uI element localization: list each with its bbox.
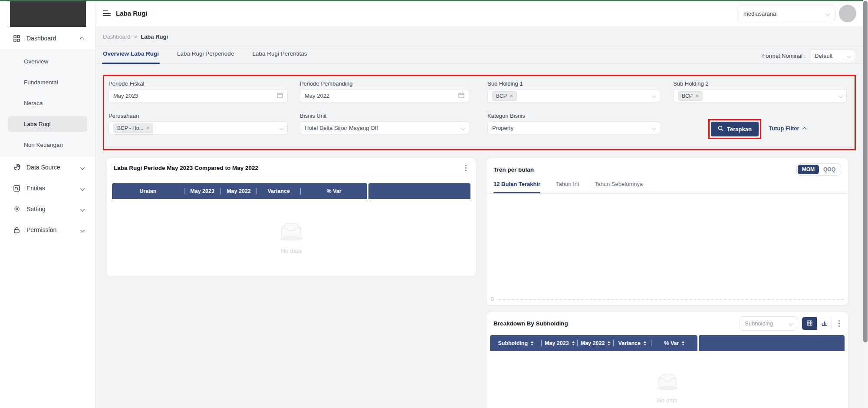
sidebar-item-entitas[interactable]: Entitas: [0, 178, 95, 199]
perusahaan-select[interactable]: BCP - Ho... ×: [108, 121, 288, 135]
breakdown-card: Breakdown By Subholding Subholding: [486, 312, 848, 408]
kategori-bisnis-select[interactable]: Property: [487, 121, 660, 135]
remove-tag-icon[interactable]: ×: [146, 126, 149, 131]
filter-panel-annotation: Periode Fiskal May 2023 Periode Pembandi…: [103, 75, 856, 150]
tab-tahun-sebelumnya[interactable]: Tahun Sebelumnya: [595, 178, 643, 193]
tren-card: Tren per bulan MOM QOQ 12 Bulan Terakhir…: [486, 158, 848, 305]
entity-box-icon: [13, 185, 20, 192]
kebab-menu-icon[interactable]: [463, 163, 469, 172]
lock-icon: [13, 226, 20, 234]
sidebar-item-data-source[interactable]: Data Source: [0, 157, 95, 178]
tren-tabs: 12 Bulan Terakhir Tahun Ini Tahun Sebelu…: [487, 178, 848, 194]
y-axis-zero-label: 0: [491, 296, 494, 302]
column-header-may-2023[interactable]: May 2023: [542, 340, 577, 346]
sidebar-item-laba-rugi[interactable]: Laba Rugi: [0, 113, 95, 134]
sidebar-item-neraca[interactable]: Neraca: [0, 93, 95, 113]
chevron-down-icon: [280, 125, 283, 131]
bisnis-unit-label: Bisnis Unit: [300, 113, 326, 119]
chevron-down-icon: [81, 226, 84, 233]
sort-icon: [608, 341, 610, 345]
tab-laba-rugi-perentitas[interactable]: Laba Rugi Perentitas: [252, 46, 307, 64]
empty-box-icon: [654, 372, 681, 393]
calendar-icon: [277, 92, 283, 100]
sub-holding-2-select[interactable]: BCP ×: [673, 89, 847, 103]
tren-chart-area: 0: [487, 194, 848, 305]
bisnis-unit-select[interactable]: Hotel Delta Sinar Mayang Off: [300, 121, 469, 135]
perusahaan-label: Perusahaan: [108, 113, 139, 119]
breakdown-empty-state: No data: [487, 372, 848, 404]
sidebar-collapse-icon[interactable]: [103, 10, 111, 16]
toggle-mom[interactable]: MOM: [798, 165, 819, 174]
column-header-subholding[interactable]: Subholding: [490, 340, 541, 346]
sub-holding-1-select[interactable]: BCP ×: [487, 89, 660, 103]
breakdown-controls: Subholding: [740, 316, 842, 331]
empty-state-label: No data: [657, 397, 677, 404]
close-filter-link[interactable]: Tutup Filter: [769, 125, 806, 132]
periode-fiskal-input[interactable]: May 2023: [108, 89, 288, 103]
chevron-down-icon: [652, 93, 655, 99]
chevron-down-icon: [81, 164, 84, 171]
sidebar: Dashboard Overview Fundamental Neraca La…: [0, 0, 95, 408]
org-select-value: mediasarana: [743, 10, 776, 17]
column-header-variance[interactable]: Variance: [257, 188, 300, 194]
sidebar-item-label: Entitas: [26, 185, 45, 192]
sub-holding-2-label: Sub Holding 2: [673, 80, 709, 87]
pl-table-card: Laba Rugi Periode May 2023 Compared to M…: [106, 158, 476, 277]
breadcrumb-current: Laba Rugi: [141, 33, 168, 40]
dashboard-grid-icon: [13, 35, 20, 42]
dashboard-submenu: Overview Fundamental Neraca Laba Rugi No…: [0, 49, 95, 157]
scrollbar-track[interactable]: [863, 0, 868, 408]
table-view-button[interactable]: [802, 317, 817, 330]
chevron-down-icon: [826, 10, 829, 17]
avatar[interactable]: [839, 5, 856, 22]
sidebar-item-fundamental[interactable]: Fundamental: [0, 72, 95, 93]
org-select[interactable]: mediasarana: [737, 6, 835, 21]
toggle-qoq[interactable]: QOQ: [819, 165, 840, 174]
bar-chart-icon: [822, 320, 827, 328]
column-header-may-2022[interactable]: May 2022: [221, 188, 257, 194]
breadcrumb-separator: >: [134, 33, 138, 40]
apply-filter-button[interactable]: Terapkan: [711, 122, 759, 136]
chevron-down-icon: [652, 125, 655, 131]
table-header-spacer: [699, 335, 845, 351]
remove-tag-icon[interactable]: ×: [696, 93, 699, 99]
sidebar-item-label: Permission: [26, 226, 56, 233]
column-header-may-2022[interactable]: May 2022: [578, 340, 613, 346]
tab-tahun-ini[interactable]: Tahun Ini: [556, 178, 579, 193]
tab-laba-rugi-perperiode[interactable]: Laba Rugi Perperiode: [177, 46, 234, 64]
periode-pembanding-label: Periode Pembanding: [300, 80, 352, 87]
remove-tag-icon[interactable]: ×: [510, 93, 513, 99]
chevron-up-icon: [803, 125, 806, 132]
search-icon: [718, 126, 723, 133]
sidebar-item-permission[interactable]: Permission: [0, 219, 95, 240]
chevron-down-icon: [81, 206, 84, 212]
column-header-pct-var[interactable]: % Var: [301, 188, 367, 194]
kebab-menu-icon[interactable]: [836, 319, 842, 328]
column-header-uraian[interactable]: Uraian: [112, 188, 184, 194]
tab-12-bulan-terakhir[interactable]: 12 Bulan Terakhir: [493, 178, 540, 193]
tab-overview-laba-rugi[interactable]: Overview Laba Rugi: [103, 46, 159, 64]
pl-table-header: Uraian May 2023 May 2022 Variance % Var: [112, 183, 470, 199]
page-title: Laba Rugi: [116, 10, 148, 17]
empty-box-icon: [277, 221, 306, 243]
format-nominal-select[interactable]: Default: [810, 50, 855, 62]
sidebar-item-non-keuangan[interactable]: Non Keuangan: [0, 134, 95, 155]
column-header-variance[interactable]: Variance: [614, 340, 651, 346]
column-header-pct-var[interactable]: % Var: [651, 340, 697, 346]
breakdown-dimension-select[interactable]: Subholding: [740, 316, 797, 331]
sub-holding-1-label: Sub Holding 1: [487, 80, 523, 87]
sidebar-item-dashboard[interactable]: Dashboard: [0, 33, 95, 44]
scrollbar-thumb[interactable]: [863, 1, 868, 342]
sidebar-item-setting[interactable]: Setting: [0, 199, 95, 219]
chart-view-button[interactable]: [817, 317, 832, 330]
chevron-down-icon: [789, 320, 792, 327]
chevron-down-icon: [847, 53, 850, 59]
sort-icon: [572, 341, 575, 345]
periode-pembanding-input[interactable]: May 2022: [300, 89, 469, 103]
breadcrumb-parent[interactable]: Dashboard: [103, 33, 131, 40]
sidebar-item-label: Dashboard: [26, 35, 56, 42]
sidebar-item-overview[interactable]: Overview: [0, 51, 95, 72]
gear-icon: [13, 206, 20, 213]
column-header-may-2023[interactable]: May 2023: [184, 188, 220, 194]
filter-tag: BCP ×: [492, 91, 517, 101]
